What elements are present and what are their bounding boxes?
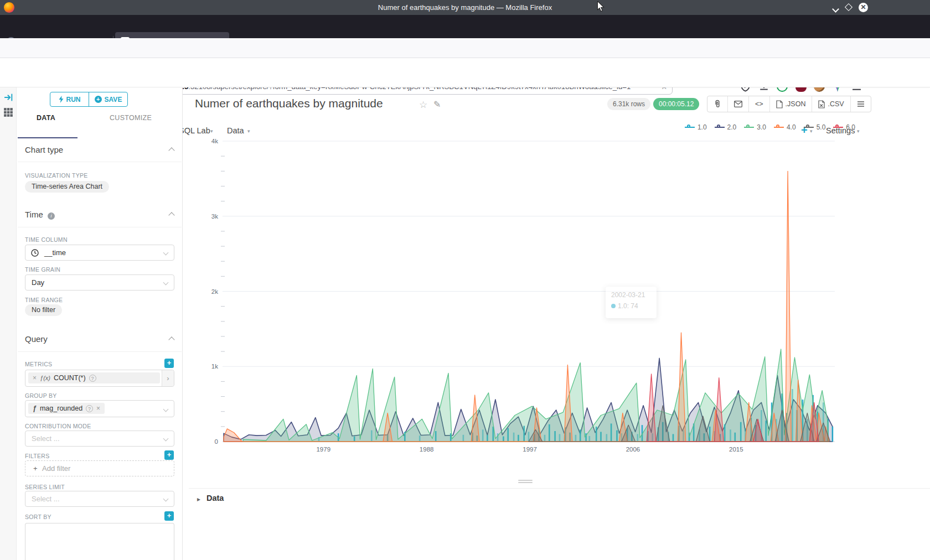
save-button[interactable]: + SAVE [89,92,127,106]
legend-label: 4.0 [787,123,796,131]
window-titlebar: Numer of earthquakes by magnitude — Mozi… [0,0,930,15]
legend-marker-icon [744,125,754,130]
chevron-down-icon [163,436,169,442]
chart-menu-button[interactable] [850,96,871,112]
remove-group-by-icon[interactable]: × [96,405,100,412]
collapse-chevron-icon[interactable] [168,212,174,218]
chevron-down-icon [163,250,169,256]
select-placeholder: Select ... [32,434,60,443]
info-icon: i [48,212,55,220]
legend-item-1.0[interactable]: 1.0 [685,123,707,131]
legend-marker-icon [685,125,695,130]
svg-text:0: 0 [215,438,218,445]
legend-item-5.0[interactable]: 5.0 [804,123,826,131]
legend-label: 3.0 [757,123,766,131]
time-range-label: TIME RANGE [25,297,63,303]
remove-metric-icon[interactable]: × [33,374,37,382]
add-filter-plus-button[interactable]: + [164,450,174,460]
chevron-down-icon [163,280,169,286]
email-button[interactable] [727,96,748,112]
collapse-panel-icon[interactable] [4,93,13,102]
export-json-button[interactable]: .JSON [769,96,812,112]
add-sort-by-button[interactable]: + [164,511,174,521]
time-range-pill[interactable]: No filter [25,304,62,316]
paperclip-icon [714,100,721,108]
help-icon: ? [89,375,96,382]
chart-title: Numer of earthquakes by magnitude [195,97,383,110]
settings-caret-icon: ▾ [857,128,860,134]
tab-data[interactable]: DATA [37,114,55,122]
group-by-label: GROUP BY [25,392,57,399]
expand-caret-icon[interactable]: ▸ [197,495,200,503]
browser-toolbar: ← → 172.18.0.3:32108/superset/explore/?f… [0,38,930,58]
dataset-grid-icon[interactable] [3,107,13,117]
legend-label: 5.0 [817,123,826,131]
nav-data[interactable]: Data [227,126,244,135]
resize-handle[interactable] [518,480,533,484]
legend-item-6.0[interactable]: 6.0 [833,123,855,131]
chevron-down-icon [163,407,169,412]
run-button[interactable]: RUN [50,92,89,106]
explore-control-panel: RUN + SAVE DATA CUSTOMIZE Chart type VIS… [17,87,183,560]
tab-bar: Apache Druid × ∞ Numer of earthquakes by… [0,15,930,38]
copy-link-button[interactable] [707,96,727,112]
embed-code-button[interactable]: <> [748,96,769,112]
time-grain-select[interactable]: Day [25,274,174,291]
plus-icon: + [33,464,38,473]
superset-navbar: Superset Dashboards Charts SQL Lab ▾ Dat… [0,58,930,87]
section-time[interactable]: Time i [25,210,55,220]
legend-item-2.0[interactable]: 2.0 [715,123,737,131]
nav-sql-lab[interactable]: SQL Lab [179,126,210,135]
legend-label: 6.0 [846,123,855,131]
edit-title-icon[interactable]: ✎ [433,99,441,110]
legend-item-3.0[interactable]: 3.0 [744,123,766,131]
viz-type-pill[interactable]: Time-series Area Chart [25,181,109,193]
metric-control[interactable]: × ƒ(x) COUNT(*) ? › [25,370,174,387]
legend-label: 1.0 [698,123,707,131]
section-chart-type[interactable]: Chart type [25,145,63,154]
chart-tooltip: 2002-03-21 1.0: 74 [606,287,657,318]
tab-customize[interactable]: CUSTOMIZE [110,114,152,122]
svg-text:3k: 3k [211,213,218,220]
tooltip-date: 2002-03-21 [611,291,651,299]
add-metric-button[interactable]: + [164,359,174,368]
legend-marker-icon [804,125,814,130]
svg-text:1988: 1988 [420,446,434,453]
run-save-group: RUN + SAVE [50,92,128,107]
expand-metric-chevron[interactable]: › [162,370,174,386]
envelope-icon [734,101,742,107]
group-by-pill[interactable]: ƒ mag_rounded ? × [28,403,105,414]
series-limit-label: SERIES LIMIT [25,484,65,490]
plus-circle-icon: + [95,96,102,103]
export-csv-button[interactable]: .CSV [812,96,850,112]
help-icon: ? [86,405,93,412]
contribution-mode-select[interactable]: Select ... [25,431,174,447]
sort-by-select[interactable] [25,523,174,560]
series-limit-select[interactable]: Select ... [25,491,174,507]
legend-marker-icon [774,125,784,130]
section-query[interactable]: Query [25,334,48,344]
results-panel-label[interactable]: Data [206,494,224,502]
svg-text:1979: 1979 [316,446,330,453]
favorite-star-icon[interactable]: ☆ [419,99,427,111]
add-filter-dropzone[interactable]: + Add filter [25,460,174,476]
left-rail [0,87,17,560]
group-by-select[interactable]: ƒ mag_rounded ? × [25,400,174,417]
legend-marker-icon [833,125,843,130]
row-count-badge: 6.31k rows [607,98,650,110]
collapse-chevron-icon[interactable] [168,336,174,343]
legend-item-4.0[interactable]: 4.0 [774,123,796,131]
legend-label: 2.0 [727,123,737,131]
timeseries-area-chart[interactable]: 01k2k3k4k19791988199720062015 [188,136,930,459]
window-close-icon[interactable]: ✕ [859,3,868,12]
time-column-select[interactable]: __time [25,245,174,261]
legend-marker-icon [715,125,725,130]
collapse-chevron-icon[interactable] [168,147,174,153]
metrics-label: METRICS [25,361,52,367]
divider [18,162,182,162]
data-caret-icon: ▾ [247,128,250,134]
mouse-cursor [596,1,606,12]
metric-pill[interactable]: × ƒ(x) COUNT(*) ? [28,372,160,383]
series-dot-icon [611,304,616,308]
svg-text:1k: 1k [211,363,218,370]
